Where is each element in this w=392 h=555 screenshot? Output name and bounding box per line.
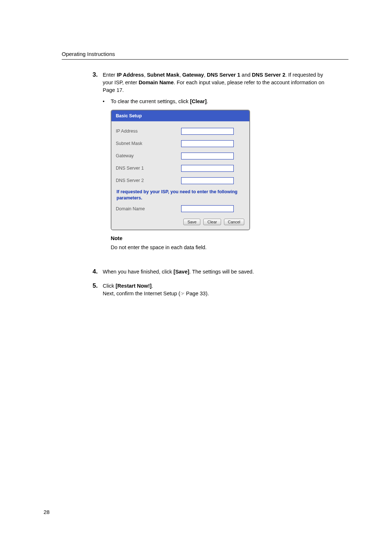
text: Click [103, 283, 115, 289]
bold-text: Domain Name [139, 80, 174, 85]
label-mask: Subnet Mask [116, 140, 181, 147]
document-page: Operating Instructions 3. Enter IP Addre… [0, 0, 392, 555]
label-dns2: DNS Server 2 [116, 177, 181, 184]
button-bar: Save Clear Cancel [111, 215, 249, 230]
note-text: Do not enter the space in each data fiel… [111, 244, 328, 251]
basic-setup-panel: Basic Setup IP Address Subnet Mask Gatew… [111, 110, 250, 230]
text: and [240, 72, 252, 78]
step-body: When you have finished, click [Save]. Th… [103, 268, 328, 276]
text: , [179, 72, 182, 78]
panel-message: If requested by your ISP, you need to en… [116, 187, 245, 203]
label-gateway: Gateway [116, 153, 181, 159]
ip-address-input[interactable] [181, 128, 234, 135]
bold-text: IP Address [117, 72, 144, 78]
bold-text: Subnet Mask [147, 72, 179, 78]
bold-text: DNS Server 2 [252, 72, 285, 78]
step-3: 3. Enter IP Address, Subnet Mask, Gatewa… [93, 71, 328, 262]
text: Page 33). [185, 291, 209, 296]
form-row-domain: Domain Name [116, 203, 245, 215]
text: . The settings will be saved. [189, 269, 254, 275]
step-number: 4. [93, 268, 103, 276]
step-5: 5. Click [Restart Now!]. Next, confirm t… [93, 282, 328, 297]
bold-text: DNS Server 1 [207, 72, 240, 78]
gateway-input[interactable] [181, 153, 234, 159]
page-header: Operating Instructions [62, 51, 348, 60]
step-number: 5. [93, 282, 103, 297]
bullet-item: • To clear the current settings, click [… [103, 98, 328, 105]
text: , [204, 72, 207, 78]
clear-button[interactable]: Clear [203, 219, 221, 225]
form-row-dns1: DNS Server 1 [116, 162, 245, 174]
text: Next, confirm the Internet Setup ( [103, 291, 180, 296]
step-number: 3. [93, 71, 103, 262]
form-row-mask: Subnet Mask [116, 137, 245, 150]
step-body: Enter IP Address, Subnet Mask, Gateway, … [103, 71, 328, 262]
content-area: 3. Enter IP Address, Subnet Mask, Gatewa… [93, 71, 328, 297]
note-heading: Note [111, 235, 328, 242]
form-row-dns2: DNS Server 2 [116, 174, 245, 187]
bold-text: [Clear] [190, 98, 207, 104]
step-body: Click [Restart Now!]. Next, confirm the … [103, 282, 328, 297]
dns-server-1-input[interactable] [181, 165, 234, 172]
text: . [207, 98, 208, 104]
form-row-ip: IP Address [116, 125, 245, 137]
panel-title: Basic Setup [111, 110, 249, 121]
text: To clear the current settings, click [111, 98, 190, 104]
label-ip: IP Address [116, 128, 181, 134]
text: , [144, 72, 147, 78]
dns-server-2-input[interactable] [181, 177, 234, 184]
bullet-text: To clear the current settings, click [Cl… [111, 98, 328, 105]
panel-body: IP Address Subnet Mask Gateway DNS [111, 121, 249, 215]
text: . [152, 283, 153, 289]
text: Enter [103, 72, 117, 78]
text: When you have finished, click [103, 269, 173, 275]
reference-icon: ☞ [180, 291, 185, 296]
cancel-button[interactable]: Cancel [224, 219, 244, 225]
subnet-mask-input[interactable] [181, 140, 234, 147]
domain-name-input[interactable] [181, 205, 234, 212]
bold-text: [Save] [173, 269, 189, 275]
step-4: 4. When you have finished, click [Save].… [93, 268, 328, 276]
save-button[interactable]: Save [183, 219, 200, 225]
bold-text: Gateway [182, 72, 204, 78]
form-row-gateway: Gateway [116, 150, 245, 162]
bullet-icon: • [103, 98, 111, 105]
label-dns1: DNS Server 1 [116, 165, 181, 171]
note-block: Note Do not enter the space in each data… [111, 235, 328, 251]
page-number: 28 [44, 509, 50, 515]
label-domain: Domain Name [116, 206, 181, 212]
bold-text: [Restart Now!] [115, 283, 151, 289]
